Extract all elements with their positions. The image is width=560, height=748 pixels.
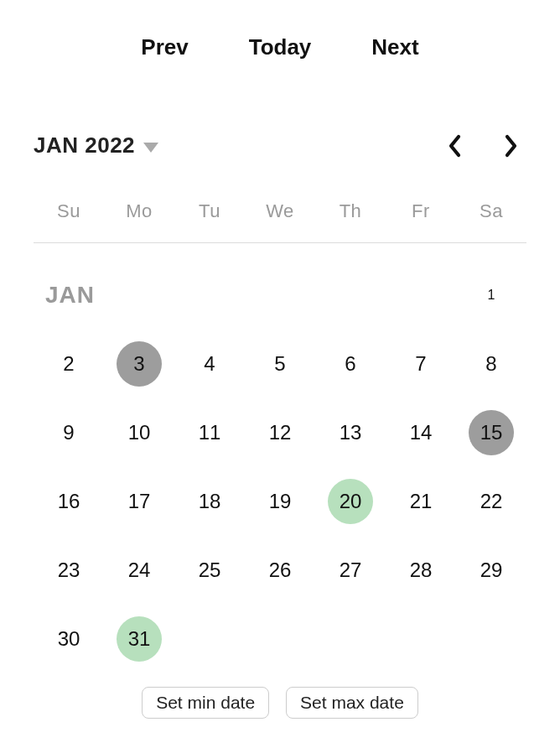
- day-number: 30: [46, 616, 91, 662]
- dropdown-triangle-icon: [143, 143, 158, 153]
- day-cell[interactable]: 2: [34, 341, 104, 387]
- day-cell[interactable]: 11: [174, 410, 245, 455]
- day-cell[interactable]: 1: [456, 273, 526, 318]
- day-number: 21: [398, 479, 443, 524]
- day-number: 2: [46, 341, 91, 387]
- day-number: 6: [328, 341, 373, 387]
- day-cell[interactable]: 9: [34, 410, 104, 455]
- day-number: 8: [469, 341, 514, 387]
- day-number: 25: [187, 548, 232, 593]
- day-cell[interactable]: 13: [315, 410, 386, 455]
- next-month-arrow[interactable]: [503, 134, 518, 158]
- day-number: 31: [117, 616, 162, 662]
- weekday-label: Sa: [456, 200, 526, 222]
- chevron-right-icon: [503, 134, 518, 158]
- day-number: 10: [117, 410, 162, 455]
- day-cell[interactable]: 27: [315, 548, 386, 593]
- month-header: JAN 2022: [34, 132, 526, 164]
- day-number: 18: [187, 479, 232, 524]
- day-number: 12: [257, 410, 303, 455]
- day-cell: [315, 616, 386, 662]
- prev-button[interactable]: Prev: [136, 34, 193, 61]
- day-number: 14: [398, 410, 443, 455]
- day-cell[interactable]: 31: [104, 616, 174, 662]
- top-bar: Prev Today Next: [34, 34, 526, 61]
- day-number: 20: [328, 479, 373, 524]
- day-number: 16: [46, 479, 91, 524]
- day-cell: [386, 616, 456, 662]
- day-cell[interactable]: 17: [104, 479, 174, 524]
- day-cell[interactable]: 10: [104, 410, 174, 455]
- set-min-date-button[interactable]: Set min date: [142, 687, 269, 719]
- month-inline-label: JAN: [34, 282, 95, 309]
- day-number: 23: [46, 548, 91, 593]
- day-number: 3: [117, 341, 162, 387]
- day-number: 22: [469, 479, 514, 524]
- day-number: 9: [46, 410, 91, 455]
- days-grid: 2345678910111213141516171819202122232425…: [34, 341, 526, 662]
- day-cell[interactable]: 28: [386, 548, 456, 593]
- today-button[interactable]: Today: [244, 34, 317, 61]
- weekday-label: Th: [315, 200, 386, 222]
- weekday-label: We: [245, 200, 315, 222]
- weekday-label: Fr: [386, 200, 456, 222]
- day-cell[interactable]: 20: [315, 479, 386, 524]
- day-cell: [456, 616, 526, 662]
- day-cell: [245, 616, 315, 662]
- day-number: 27: [328, 548, 373, 593]
- month-year-select[interactable]: JAN 2022: [34, 132, 158, 158]
- day-cell[interactable]: 5: [245, 341, 315, 387]
- day-number: 1: [469, 273, 514, 318]
- day-cell[interactable]: 19: [245, 479, 315, 524]
- day-cell[interactable]: 21: [386, 479, 456, 524]
- weekday-label: Tu: [174, 200, 245, 222]
- day-cell[interactable]: 14: [386, 410, 456, 455]
- day-number: 4: [187, 341, 232, 387]
- day-cell[interactable]: 7: [386, 341, 456, 387]
- day-cell[interactable]: 24: [104, 548, 174, 593]
- month-inline-label-cell: JAN: [34, 273, 456, 318]
- chevron-left-icon: [448, 134, 463, 158]
- weekday-label: Su: [34, 200, 104, 222]
- day-cell[interactable]: 8: [456, 341, 526, 387]
- day-cell[interactable]: 6: [315, 341, 386, 387]
- day-number: 5: [257, 341, 303, 387]
- day-cell[interactable]: 12: [245, 410, 315, 455]
- weekday-header: Su Mo Tu We Th Fr Sa: [34, 200, 526, 243]
- day-cell[interactable]: 30: [34, 616, 104, 662]
- day-number: 24: [117, 548, 162, 593]
- day-number: 28: [398, 548, 443, 593]
- prev-month-arrow[interactable]: [448, 134, 463, 158]
- month-nav-arrows: [448, 134, 526, 158]
- first-week-row: JAN 1: [34, 273, 526, 318]
- day-number: 7: [398, 341, 443, 387]
- day-cell[interactable]: 4: [174, 341, 245, 387]
- day-cell[interactable]: 16: [34, 479, 104, 524]
- day-cell[interactable]: 22: [456, 479, 526, 524]
- day-number: 15: [469, 410, 514, 455]
- set-max-date-button[interactable]: Set max date: [286, 687, 418, 719]
- footer-row: Set min date Set max date: [34, 687, 526, 719]
- day-cell: [174, 616, 245, 662]
- day-cell[interactable]: 18: [174, 479, 245, 524]
- day-number: 26: [257, 548, 303, 593]
- day-cell[interactable]: 15: [456, 410, 526, 455]
- day-cell[interactable]: 29: [456, 548, 526, 593]
- next-button[interactable]: Next: [366, 34, 423, 61]
- day-cell[interactable]: 26: [245, 548, 315, 593]
- day-number: 17: [117, 479, 162, 524]
- month-year-label: JAN 2022: [34, 132, 135, 158]
- weekday-label: Mo: [104, 200, 174, 222]
- day-cell[interactable]: 23: [34, 548, 104, 593]
- calendar-widget: Prev Today Next JAN 2022 Su Mo Tu We Th …: [0, 0, 560, 719]
- day-number: 11: [187, 410, 232, 455]
- day-number: 13: [328, 410, 373, 455]
- day-cell[interactable]: 25: [174, 548, 245, 593]
- day-cell[interactable]: 3: [104, 341, 174, 387]
- day-number: 19: [257, 479, 303, 524]
- day-number: 29: [469, 548, 514, 593]
